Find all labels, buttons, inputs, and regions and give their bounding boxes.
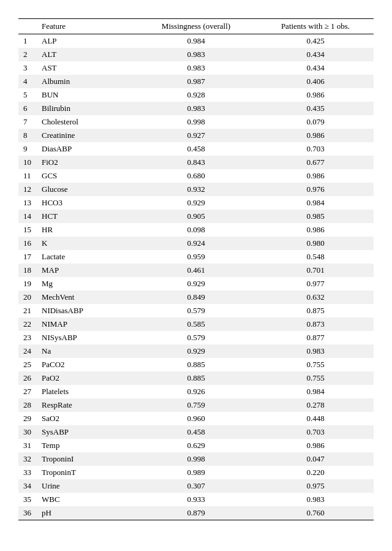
table-row: 25 PaCO2 0.885 0.755 bbox=[18, 358, 374, 371]
row-missingness: 0.629 bbox=[135, 439, 257, 452]
row-feature: NIDisasABP bbox=[37, 304, 135, 317]
row-num: 19 bbox=[18, 277, 37, 291]
table-row: 26 PaO2 0.885 0.755 bbox=[18, 371, 374, 385]
table-row: 30 SysABP 0.458 0.703 bbox=[18, 425, 374, 439]
table-row: 23 NISysABP 0.579 0.877 bbox=[18, 331, 374, 344]
header-feature: Feature bbox=[37, 19, 135, 34]
table-row: 33 TroponinT 0.989 0.220 bbox=[18, 466, 374, 479]
row-patients: 0.079 bbox=[257, 115, 374, 129]
row-feature: ALT bbox=[37, 48, 135, 61]
row-feature: Urine bbox=[37, 479, 135, 493]
row-patients: 0.425 bbox=[257, 34, 374, 48]
header-patients: Patients with ≥ 1 obs. bbox=[257, 19, 374, 34]
row-num: 10 bbox=[18, 156, 37, 169]
row-patients: 0.983 bbox=[257, 344, 374, 358]
row-feature: Mg bbox=[37, 277, 135, 291]
row-missingness: 0.759 bbox=[135, 398, 257, 412]
row-missingness: 0.458 bbox=[135, 425, 257, 439]
row-num: 28 bbox=[18, 398, 37, 412]
row-feature: Cholesterol bbox=[37, 115, 135, 129]
row-patients: 0.755 bbox=[257, 358, 374, 371]
row-feature: PaO2 bbox=[37, 371, 135, 385]
row-feature: Bilirubin bbox=[37, 102, 135, 115]
row-patients: 0.985 bbox=[257, 210, 374, 223]
table-row: 16 K 0.924 0.980 bbox=[18, 237, 374, 250]
row-feature: HCO3 bbox=[37, 196, 135, 210]
table-row: 4 Albumin 0.987 0.406 bbox=[18, 75, 374, 88]
row-missingness: 0.843 bbox=[135, 156, 257, 169]
row-num: 34 bbox=[18, 479, 37, 493]
row-missingness: 0.926 bbox=[135, 385, 257, 398]
row-feature: PaCO2 bbox=[37, 358, 135, 371]
row-num: 16 bbox=[18, 237, 37, 250]
row-patients: 0.873 bbox=[257, 317, 374, 331]
table-row: 35 WBC 0.933 0.983 bbox=[18, 493, 374, 506]
row-patients: 0.986 bbox=[257, 439, 374, 452]
row-patients: 0.986 bbox=[257, 169, 374, 183]
row-patients: 0.760 bbox=[257, 506, 374, 520]
row-num: 8 bbox=[18, 129, 37, 142]
row-missingness: 0.885 bbox=[135, 371, 257, 385]
row-patients: 0.047 bbox=[257, 452, 374, 466]
row-missingness: 0.932 bbox=[135, 183, 257, 196]
row-num: 32 bbox=[18, 452, 37, 466]
row-num: 21 bbox=[18, 304, 37, 317]
row-feature: RespRate bbox=[37, 398, 135, 412]
row-num: 22 bbox=[18, 317, 37, 331]
table-row: 3 AST 0.983 0.434 bbox=[18, 61, 374, 75]
row-feature: SaO2 bbox=[37, 412, 135, 425]
row-patients: 0.632 bbox=[257, 291, 374, 304]
row-patients: 0.701 bbox=[257, 264, 374, 277]
row-patients: 0.976 bbox=[257, 183, 374, 196]
row-feature: HR bbox=[37, 223, 135, 237]
row-num: 9 bbox=[18, 142, 37, 156]
table-row: 22 NIMAP 0.585 0.873 bbox=[18, 317, 374, 331]
row-num: 30 bbox=[18, 425, 37, 439]
header-missingness: Missingness (overall) bbox=[135, 19, 257, 34]
table-row: 28 RespRate 0.759 0.278 bbox=[18, 398, 374, 412]
row-missingness: 0.987 bbox=[135, 75, 257, 88]
table-row: 19 Mg 0.929 0.977 bbox=[18, 277, 374, 291]
row-missingness: 0.905 bbox=[135, 210, 257, 223]
table-row: 17 Lactate 0.959 0.548 bbox=[18, 250, 374, 264]
row-missingness: 0.879 bbox=[135, 506, 257, 520]
table-row: 27 Platelets 0.926 0.984 bbox=[18, 385, 374, 398]
row-num: 33 bbox=[18, 466, 37, 479]
row-num: 20 bbox=[18, 291, 37, 304]
row-missingness: 0.933 bbox=[135, 493, 257, 506]
table-row: 12 Glucose 0.932 0.976 bbox=[18, 183, 374, 196]
row-num: 13 bbox=[18, 196, 37, 210]
row-patients: 0.703 bbox=[257, 142, 374, 156]
table-row: 11 GCS 0.680 0.986 bbox=[18, 169, 374, 183]
row-missingness: 0.929 bbox=[135, 344, 257, 358]
row-missingness: 0.983 bbox=[135, 48, 257, 61]
table-row: 9 DiasABP 0.458 0.703 bbox=[18, 142, 374, 156]
row-feature: FiO2 bbox=[37, 156, 135, 169]
table-row: 5 BUN 0.928 0.986 bbox=[18, 88, 374, 102]
row-num: 14 bbox=[18, 210, 37, 223]
row-patients: 0.755 bbox=[257, 371, 374, 385]
row-patients: 0.278 bbox=[257, 398, 374, 412]
table-row: 15 HR 0.098 0.986 bbox=[18, 223, 374, 237]
row-missingness: 0.924 bbox=[135, 237, 257, 250]
row-patients: 0.406 bbox=[257, 75, 374, 88]
row-patients: 0.875 bbox=[257, 304, 374, 317]
row-num: 35 bbox=[18, 493, 37, 506]
row-patients: 0.986 bbox=[257, 88, 374, 102]
row-feature: TroponinI bbox=[37, 452, 135, 466]
row-feature: GCS bbox=[37, 169, 135, 183]
row-patients: 0.220 bbox=[257, 466, 374, 479]
header-num bbox=[18, 19, 37, 34]
row-patients: 0.980 bbox=[257, 237, 374, 250]
row-missingness: 0.989 bbox=[135, 466, 257, 479]
row-missingness: 0.585 bbox=[135, 317, 257, 331]
row-feature: Na bbox=[37, 344, 135, 358]
row-patients: 0.434 bbox=[257, 48, 374, 61]
row-patients: 0.877 bbox=[257, 331, 374, 344]
row-feature: NISysABP bbox=[37, 331, 135, 344]
row-feature: Glucose bbox=[37, 183, 135, 196]
row-missingness: 0.885 bbox=[135, 358, 257, 371]
row-missingness: 0.998 bbox=[135, 115, 257, 129]
row-missingness: 0.680 bbox=[135, 169, 257, 183]
row-num: 23 bbox=[18, 331, 37, 344]
